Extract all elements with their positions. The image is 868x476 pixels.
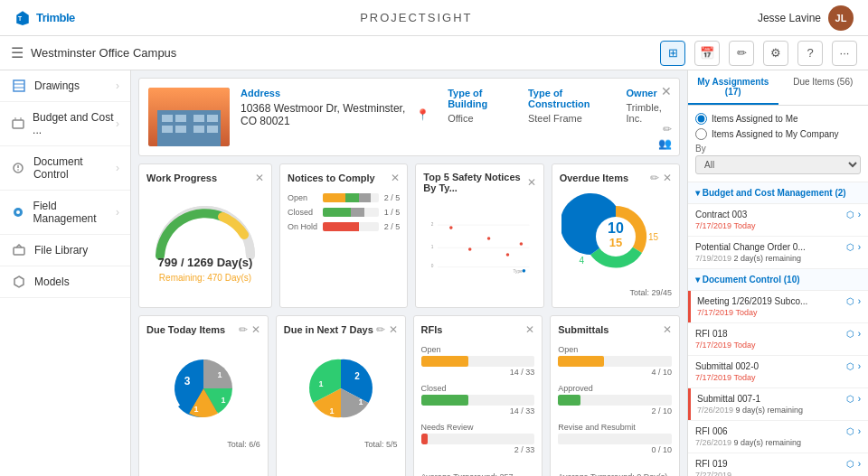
dashboard: Address 10368 Westmoor Dr, Westminster, … xyxy=(131,70,687,476)
red-bar-indicator xyxy=(688,291,691,322)
sidebar-item-field[interactable]: Field Management › xyxy=(0,191,130,235)
overdue-close-button[interactable]: ✕ xyxy=(663,172,672,184)
safety-title: Top 5 Safety Notices By Ty... xyxy=(423,172,526,193)
svg-text:3: 3 xyxy=(184,375,191,387)
grid-view-button[interactable]: ⊞ xyxy=(660,41,685,66)
svg-text:1: 1 xyxy=(193,405,198,414)
submittals-close-button[interactable]: ✕ xyxy=(663,323,672,336)
safety-close-button[interactable]: ✕ xyxy=(527,176,536,189)
sub007-open-button[interactable]: ⬡ xyxy=(846,394,854,404)
work-progress-title: Work Progress xyxy=(146,173,217,183)
overdue-edit-button[interactable]: ✏ xyxy=(650,172,659,184)
notices-close-button[interactable]: ✕ xyxy=(391,172,400,184)
due-7days-edit-button[interactable]: ✏ xyxy=(376,323,385,336)
construction-type-label: Type of Construction xyxy=(528,88,609,109)
assignment-rfi-019: RFI 019 ⬡ › 7/27/2019 xyxy=(688,453,868,476)
trimble-logo-icon: T xyxy=(14,10,31,26)
sidebar-item-drawings[interactable]: Drawings › xyxy=(0,70,130,102)
by-select[interactable]: All xyxy=(695,155,861,174)
right-panel-tabs: My Assignments (17) Due Items (56) xyxy=(688,70,868,106)
overdue-items-widget: Overdue Items ✏ ✕ xyxy=(552,163,680,308)
construction-type-col: Type of Construction Steel Frame xyxy=(528,88,609,127)
due-today-edit-button[interactable]: ✏ xyxy=(239,323,248,336)
sub007-nav-button[interactable]: › xyxy=(858,394,861,404)
app-title: PROJECTSIGHT xyxy=(360,11,472,24)
rfi019-open-button[interactable]: ⬡ xyxy=(846,459,854,469)
drawings-icon xyxy=(11,79,27,92)
rfis-close-button[interactable]: ✕ xyxy=(525,323,534,336)
pco-nav-button[interactable]: › xyxy=(858,242,861,252)
svg-rect-17 xyxy=(175,115,186,122)
project-info-close-button[interactable]: ✕ xyxy=(661,84,672,98)
assignment-rfi-006: RFI 006 ⬡ › 7/26/2019 9 day(s) remaining xyxy=(688,421,868,453)
sidebar-item-documents[interactable]: Document Control › xyxy=(0,146,130,191)
overdue-donut-container: 10 15 15 4 xyxy=(560,190,672,285)
settings-button[interactable]: ⚙ xyxy=(763,41,788,66)
more-button[interactable]: ··· xyxy=(832,41,857,66)
sidebar-item-library[interactable]: File Library xyxy=(0,235,130,266)
calendar-button[interactable]: 📅 xyxy=(694,41,720,66)
meeting-nav-button[interactable]: › xyxy=(858,296,861,306)
project-info-people-button[interactable]: 👥 xyxy=(658,137,672,150)
top-header: T Trimble PROJECTSIGHT Jesse Lavine JL xyxy=(0,0,868,36)
radio-assigned-to-company-label: Items Assigned to My Company xyxy=(712,129,839,139)
assignment-potential-change-order: Potential Change Order 0... ⬡ › 7/19/201… xyxy=(688,237,868,269)
svg-rect-20 xyxy=(162,126,173,133)
sidebar-item-models[interactable]: Models xyxy=(0,266,130,298)
sub002-nav-button[interactable]: › xyxy=(858,361,861,371)
edit-button[interactable]: ✏ xyxy=(729,41,754,66)
field-icon xyxy=(11,206,26,219)
notices-open-row: Open 2 / 5 xyxy=(288,193,400,202)
sidebar-item-budget[interactable]: Budget and Cost ... › xyxy=(0,102,130,146)
svg-text:4: 4 xyxy=(579,256,584,266)
sub002-open-button[interactable]: ⬡ xyxy=(846,361,854,371)
due-today-pie-container: 1 1 1 3 xyxy=(146,341,260,436)
section-document-control[interactable]: ▾ Document Control (10) xyxy=(688,269,868,291)
due-7days-close-button[interactable]: ✕ xyxy=(389,323,398,336)
project-image xyxy=(148,88,230,146)
radio-assigned-to-me[interactable] xyxy=(695,113,707,125)
documents-chevron: › xyxy=(116,162,119,174)
owner-value: Trimble, Inc. xyxy=(627,102,670,124)
tab-due-items[interactable]: Due Items (56) xyxy=(778,70,869,105)
svg-text:15: 15 xyxy=(609,236,622,249)
section-budget-cost[interactable]: ▾ Budget and Cost Management (2) xyxy=(688,182,868,204)
tab-my-assignments[interactable]: My Assignments (17) xyxy=(688,70,778,105)
rfi018-nav-button[interactable]: › xyxy=(858,329,861,339)
hamburger-icon[interactable]: ☰ xyxy=(11,44,24,61)
assignment-contract-003: Contract 003 ⬡ › 7/17/2019 Today xyxy=(688,204,868,237)
svg-point-10 xyxy=(18,169,20,171)
submittals-turnaround: Average Turnaround: 0 Day(s) xyxy=(558,472,672,476)
notices-bar-chart: Open 2 / 5 Closed xyxy=(288,190,400,240)
project-info-edit-button[interactable]: ✏ xyxy=(663,123,672,135)
rfi006-nav-button[interactable]: › xyxy=(858,426,861,436)
models-label: Models xyxy=(34,275,70,288)
contract-003-open-button[interactable]: ⬡ xyxy=(846,210,854,219)
contract-003-nav-button[interactable]: › xyxy=(858,210,861,219)
due-today-close-button[interactable]: ✕ xyxy=(251,323,260,336)
work-progress-close-button[interactable]: ✕ xyxy=(255,172,264,184)
svg-text:1: 1 xyxy=(217,370,222,379)
meeting-open-button[interactable]: ⬡ xyxy=(846,296,854,306)
svg-text:15: 15 xyxy=(648,232,659,242)
right-panel: My Assignments (17) Due Items (56) Items… xyxy=(687,70,868,476)
library-label: File Library xyxy=(34,244,88,257)
rfi006-open-button[interactable]: ⬡ xyxy=(846,426,854,436)
overdue-total: Total: 29/45 xyxy=(560,288,672,297)
rfi018-open-button[interactable]: ⬡ xyxy=(846,329,854,339)
pco-open-button[interactable]: ⬡ xyxy=(846,242,854,252)
user-area: Jesse Lavine JL xyxy=(758,5,854,31)
rfis-turnaround: Average Turnaround: 257 Day(s) xyxy=(421,472,535,476)
rfi019-nav-button[interactable]: › xyxy=(858,459,861,469)
svg-rect-18 xyxy=(193,115,204,122)
svg-point-32 xyxy=(487,237,491,240)
radio-assigned-to-company[interactable] xyxy=(695,128,707,140)
due-7days-pie-container: 2 1 1 1 xyxy=(284,341,398,436)
project-thumbnail xyxy=(148,88,230,146)
work-progress-value: 799 / 1269 Day(s) xyxy=(158,256,253,269)
help-button[interactable]: ? xyxy=(797,41,823,66)
due-7days-pie-chart: 2 1 1 1 xyxy=(287,341,395,436)
field-label: Field Management xyxy=(33,200,116,225)
svg-rect-5 xyxy=(13,120,24,128)
address-value: 10368 Westmoor Dr, Westminster, CO 80021 xyxy=(241,102,412,127)
